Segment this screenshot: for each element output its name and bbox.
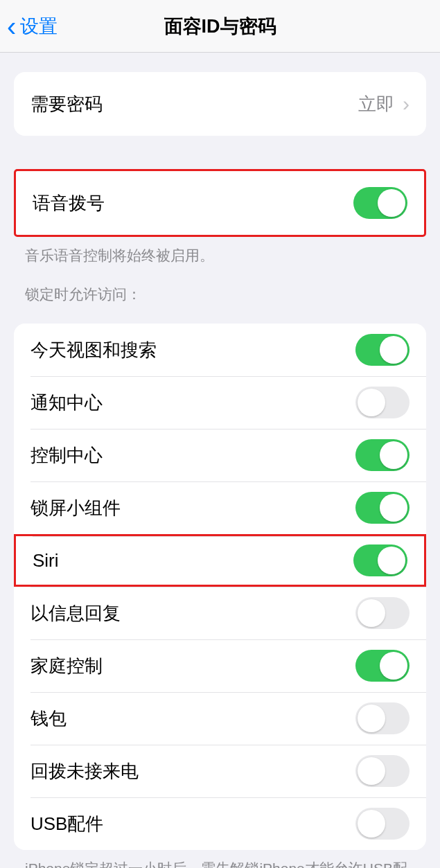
row-locked-item[interactable]: 家庭控制 <box>14 639 426 692</box>
row-label: 语音拨号 <box>33 191 105 215</box>
row-label: 锁屏小组件 <box>30 496 121 520</box>
row-label: Siri <box>33 550 59 572</box>
header-locked-access: 锁定时允许访问： <box>25 285 415 304</box>
nav-bar: ‹ 设置 面容ID与密码 <box>0 0 440 53</box>
group-voice-dial: 语音拨号 <box>14 169 426 237</box>
toggle-locked-item[interactable] <box>353 544 407 576</box>
row-locked-item[interactable]: USB配件 <box>14 797 426 850</box>
toggle-locked-item[interactable] <box>355 650 410 682</box>
back-label: 设置 <box>20 14 58 39</box>
row-locked-item[interactable]: 回拨未接来电 <box>14 745 426 797</box>
toggle-locked-item[interactable] <box>355 492 410 524</box>
row-label: 回拨未接来电 <box>30 759 139 783</box>
toggle-locked-item[interactable] <box>355 808 410 840</box>
row-require-passcode[interactable]: 需要密码 立即 › <box>14 72 426 136</box>
row-label: 钱包 <box>30 707 67 731</box>
row-label: 家庭控制 <box>30 654 103 678</box>
group-locked-access: 今天视图和搜索通知中心控制中心锁屏小组件Siri以信息回复家庭控制钱包回拨未接来… <box>14 324 426 850</box>
toggle-locked-item[interactable] <box>355 387 410 418</box>
row-voice-dial[interactable]: 语音拨号 <box>16 171 424 235</box>
row-label: 以信息回复 <box>30 601 121 626</box>
row-label: 今天视图和搜索 <box>30 338 157 362</box>
row-label: 控制中心 <box>30 443 103 468</box>
row-locked-item[interactable]: 钱包 <box>14 692 426 745</box>
footer-voice-dial: 音乐语音控制将始终被启用。 <box>25 245 415 265</box>
row-label: 需要密码 <box>30 92 103 116</box>
row-locked-item[interactable]: 锁屏小组件 <box>14 481 426 534</box>
chevron-right-icon: › <box>403 92 410 116</box>
toggle-locked-item[interactable] <box>355 334 410 366</box>
toggle-locked-item[interactable] <box>355 597 410 629</box>
row-locked-item[interactable]: 以信息回复 <box>14 587 426 639</box>
row-locked-item[interactable]: 今天视图和搜索 <box>14 324 426 376</box>
row-locked-item[interactable]: 通知中心 <box>14 376 426 429</box>
row-label: 通知中心 <box>30 391 103 415</box>
row-label: USB配件 <box>30 812 103 836</box>
row-locked-item[interactable]: 控制中心 <box>14 429 426 481</box>
toggle-locked-item[interactable] <box>355 439 410 471</box>
toggle-locked-item[interactable] <box>355 755 410 787</box>
toggle-locked-item[interactable] <box>355 702 410 734</box>
footer-locked-access: iPhone锁定超过一小时后，需先解锁iPhone才能允许USB配件连接。 <box>25 858 415 868</box>
group-require-passcode: 需要密码 立即 › <box>14 72 426 136</box>
row-locked-item[interactable]: Siri <box>14 534 426 587</box>
page-title: 面容ID与密码 <box>0 14 440 39</box>
row-value: 立即 <box>358 92 394 116</box>
chevron-left-icon: ‹ <box>7 12 16 40</box>
toggle-voice-dial[interactable] <box>353 187 407 219</box>
back-button[interactable]: ‹ 设置 <box>0 12 58 40</box>
